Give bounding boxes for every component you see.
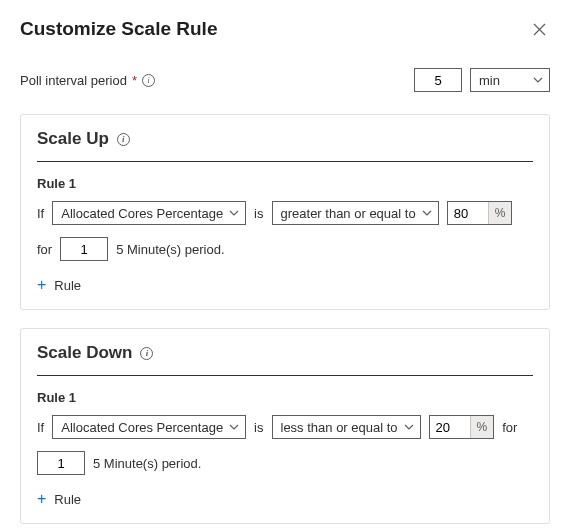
scale-up-metric-select[interactable]: Allocated Cores Percentage [52, 201, 246, 225]
scale-down-metric-select[interactable]: Allocated Cores Percentage [52, 415, 246, 439]
chevron-down-icon [404, 424, 414, 430]
scale-down-periods-input[interactable] [37, 451, 85, 475]
for-label: for [502, 420, 517, 435]
is-label: is [254, 206, 263, 221]
scale-down-title: Scale Down [37, 343, 132, 363]
scale-up-threshold-field: % [447, 201, 513, 225]
period-text: 5 Minute(s) period. [93, 456, 201, 471]
info-icon[interactable]: i [117, 133, 130, 146]
if-label: If [37, 206, 44, 221]
info-icon[interactable]: i [142, 74, 155, 87]
scale-up-rule-row: If Allocated Cores Percentage is greater… [37, 201, 533, 261]
plus-icon: + [37, 277, 46, 293]
scale-down-add-rule-button[interactable]: + Rule [37, 489, 81, 509]
info-icon[interactable]: i [140, 347, 153, 360]
plus-icon: + [37, 491, 46, 507]
chevron-down-icon [229, 424, 239, 430]
poll-interval-label: Poll interval period [20, 73, 127, 88]
period-text: 5 Minute(s) period. [116, 242, 224, 257]
scale-up-threshold-input[interactable] [448, 202, 488, 224]
scale-up-periods-input[interactable] [60, 237, 108, 261]
close-icon [533, 23, 546, 36]
add-rule-label: Rule [54, 278, 81, 293]
metric-value: Allocated Cores Percentage [61, 420, 223, 435]
scale-up-card: Scale Up i Rule 1 If Allocated Cores Per… [20, 114, 550, 310]
poll-unit-select[interactable]: min [470, 68, 550, 92]
chevron-down-icon [229, 210, 239, 216]
panel-header: Customize Scale Rule [20, 18, 550, 40]
close-button[interactable] [529, 19, 550, 40]
scale-down-operator-select[interactable]: less than or equal to [272, 415, 421, 439]
scale-down-threshold-input[interactable] [430, 416, 470, 438]
percent-label: % [470, 416, 494, 438]
chevron-down-icon [533, 77, 543, 83]
scale-up-rule-title: Rule 1 [37, 176, 533, 191]
scale-down-rule-title: Rule 1 [37, 390, 533, 405]
for-label: for [37, 242, 52, 257]
chevron-down-icon [422, 210, 432, 216]
poll-unit-value: min [479, 73, 500, 88]
scale-up-operator-select[interactable]: greater than or equal to [272, 201, 439, 225]
operator-value: greater than or equal to [281, 206, 416, 221]
add-rule-label: Rule [54, 492, 81, 507]
metric-value: Allocated Cores Percentage [61, 206, 223, 221]
percent-label: % [488, 202, 512, 224]
page-title: Customize Scale Rule [20, 18, 217, 40]
poll-interval-row: Poll interval period * i min [20, 68, 550, 92]
scale-down-threshold-field: % [429, 415, 495, 439]
scale-up-title: Scale Up [37, 129, 109, 149]
if-label: If [37, 420, 44, 435]
poll-interval-input[interactable] [414, 68, 462, 92]
scale-down-rule-row: If Allocated Cores Percentage is less th… [37, 415, 533, 475]
required-asterisk: * [132, 73, 137, 88]
scale-up-add-rule-button[interactable]: + Rule [37, 275, 81, 295]
scale-down-card: Scale Down i Rule 1 If Allocated Cores P… [20, 328, 550, 524]
operator-value: less than or equal to [281, 420, 398, 435]
is-label: is [254, 420, 263, 435]
